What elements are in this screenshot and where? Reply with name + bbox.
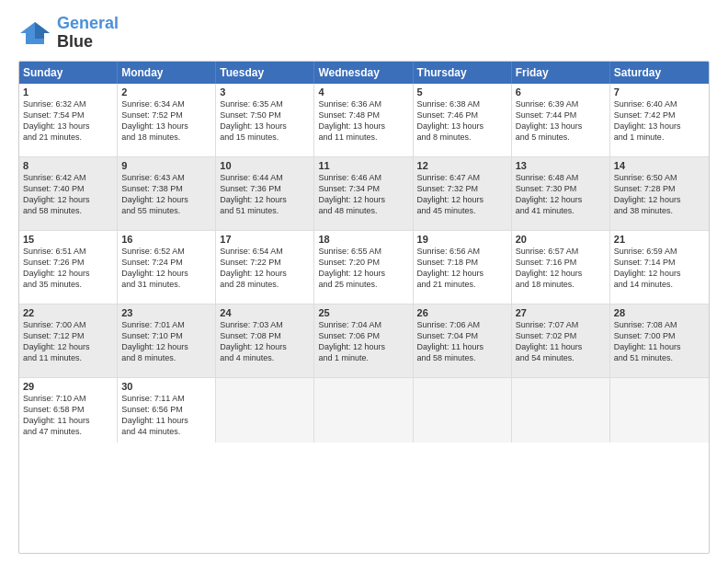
calendar-row-4: 22Sunrise: 7:00 AM Sunset: 7:12 PM Dayli… xyxy=(19,304,709,378)
cal-cell-5-5 xyxy=(414,378,512,442)
day-number: 3 xyxy=(220,86,310,98)
day-info: Sunrise: 7:06 AM Sunset: 7:04 PM Dayligh… xyxy=(417,319,507,364)
cal-cell-2-2: 9Sunrise: 6:43 AM Sunset: 7:38 PM Daylig… xyxy=(118,157,216,230)
day-number: 21 xyxy=(614,234,705,245)
day-number: 8 xyxy=(23,160,113,171)
day-number: 12 xyxy=(417,160,507,171)
cal-cell-2-1: 8Sunrise: 6:42 AM Sunset: 7:40 PM Daylig… xyxy=(19,157,118,230)
day-info: Sunrise: 6:50 AM Sunset: 7:28 PM Dayligh… xyxy=(614,172,705,217)
day-number: 10 xyxy=(220,160,310,171)
cal-cell-4-3: 24Sunrise: 7:03 AM Sunset: 7:08 PM Dayli… xyxy=(216,304,314,377)
day-number: 28 xyxy=(614,307,705,318)
day-number: 23 xyxy=(121,307,211,318)
cal-cell-5-2: 30Sunrise: 7:11 AM Sunset: 6:56 PM Dayli… xyxy=(118,378,216,442)
day-info: Sunrise: 6:59 AM Sunset: 7:14 PM Dayligh… xyxy=(614,246,705,291)
day-info: Sunrise: 7:07 AM Sunset: 7:02 PM Dayligh… xyxy=(516,319,606,364)
day-number: 5 xyxy=(417,86,507,98)
page: General Blue SundayMondayTuesdayWednesda… xyxy=(0,0,728,563)
header-day-wednesday: Wednesday xyxy=(314,62,413,84)
day-info: Sunrise: 7:00 AM Sunset: 7:12 PM Dayligh… xyxy=(23,319,113,364)
cal-cell-1-7: 7Sunrise: 6:40 AM Sunset: 7:42 PM Daylig… xyxy=(610,84,709,156)
svg-marker-1 xyxy=(35,22,50,39)
calendar-header: SundayMondayTuesdayWednesdayThursdayFrid… xyxy=(19,62,709,84)
day-number: 22 xyxy=(23,307,113,318)
cal-cell-3-6: 20Sunrise: 6:57 AM Sunset: 7:16 PM Dayli… xyxy=(512,231,610,304)
cal-cell-3-2: 16Sunrise: 6:52 AM Sunset: 7:24 PM Dayli… xyxy=(118,231,216,304)
day-info: Sunrise: 6:56 AM Sunset: 7:18 PM Dayligh… xyxy=(417,246,507,291)
cal-cell-1-1: 1Sunrise: 6:32 AM Sunset: 7:54 PM Daylig… xyxy=(19,84,118,156)
day-info: Sunrise: 6:51 AM Sunset: 7:26 PM Dayligh… xyxy=(23,246,113,291)
cal-cell-3-5: 19Sunrise: 6:56 AM Sunset: 7:18 PM Dayli… xyxy=(414,231,512,304)
day-info: Sunrise: 6:32 AM Sunset: 7:54 PM Dayligh… xyxy=(23,98,113,144)
day-number: 26 xyxy=(417,307,507,318)
day-info: Sunrise: 6:47 AM Sunset: 7:32 PM Dayligh… xyxy=(417,172,507,217)
day-number: 17 xyxy=(220,234,310,245)
cal-cell-4-6: 27Sunrise: 7:07 AM Sunset: 7:02 PM Dayli… xyxy=(512,304,610,377)
day-info: Sunrise: 6:48 AM Sunset: 7:30 PM Dayligh… xyxy=(516,172,606,217)
cal-cell-2-7: 14Sunrise: 6:50 AM Sunset: 7:28 PM Dayli… xyxy=(610,157,709,230)
cal-cell-2-5: 12Sunrise: 6:47 AM Sunset: 7:32 PM Dayli… xyxy=(414,157,512,230)
day-info: Sunrise: 6:34 AM Sunset: 7:52 PM Dayligh… xyxy=(121,98,211,144)
day-info: Sunrise: 7:08 AM Sunset: 7:00 PM Dayligh… xyxy=(614,319,705,364)
day-info: Sunrise: 6:44 AM Sunset: 7:36 PM Dayligh… xyxy=(220,172,310,217)
cal-cell-3-3: 17Sunrise: 6:54 AM Sunset: 7:22 PM Dayli… xyxy=(216,231,314,304)
header: General Blue xyxy=(18,15,710,52)
calendar-row-2: 8Sunrise: 6:42 AM Sunset: 7:40 PM Daylig… xyxy=(19,157,709,231)
calendar-row-1: 1Sunrise: 6:32 AM Sunset: 7:54 PM Daylig… xyxy=(19,84,709,157)
cal-cell-3-1: 15Sunrise: 6:51 AM Sunset: 7:26 PM Dayli… xyxy=(19,231,118,304)
day-number: 20 xyxy=(516,234,606,245)
day-info: Sunrise: 6:55 AM Sunset: 7:20 PM Dayligh… xyxy=(318,246,408,291)
day-number: 1 xyxy=(23,86,113,98)
cal-cell-2-6: 13Sunrise: 6:48 AM Sunset: 7:30 PM Dayli… xyxy=(512,157,610,230)
calendar-row-5: 29Sunrise: 7:10 AM Sunset: 6:58 PM Dayli… xyxy=(19,378,709,442)
day-info: Sunrise: 7:11 AM Sunset: 6:56 PM Dayligh… xyxy=(121,393,211,438)
logo: General Blue xyxy=(18,15,119,52)
day-info: Sunrise: 7:01 AM Sunset: 7:10 PM Dayligh… xyxy=(121,319,211,364)
day-info: Sunrise: 6:39 AM Sunset: 7:44 PM Dayligh… xyxy=(516,98,606,144)
day-number: 6 xyxy=(516,86,606,98)
day-info: Sunrise: 6:35 AM Sunset: 7:50 PM Dayligh… xyxy=(220,98,310,144)
day-number: 11 xyxy=(318,160,408,171)
day-number: 2 xyxy=(121,86,211,98)
cal-cell-4-7: 28Sunrise: 7:08 AM Sunset: 7:00 PM Dayli… xyxy=(610,304,709,377)
cal-cell-5-4 xyxy=(314,378,413,442)
cal-cell-1-4: 4Sunrise: 6:36 AM Sunset: 7:48 PM Daylig… xyxy=(314,84,413,156)
cal-cell-1-3: 3Sunrise: 6:35 AM Sunset: 7:50 PM Daylig… xyxy=(216,84,314,156)
day-info: Sunrise: 6:36 AM Sunset: 7:48 PM Dayligh… xyxy=(318,98,408,144)
day-info: Sunrise: 6:54 AM Sunset: 7:22 PM Dayligh… xyxy=(220,246,310,291)
day-number: 4 xyxy=(318,86,408,98)
cal-cell-2-4: 11Sunrise: 6:46 AM Sunset: 7:34 PM Dayli… xyxy=(314,157,413,230)
day-info: Sunrise: 6:43 AM Sunset: 7:38 PM Dayligh… xyxy=(121,172,211,217)
day-info: Sunrise: 6:46 AM Sunset: 7:34 PM Dayligh… xyxy=(318,172,408,217)
day-info: Sunrise: 7:10 AM Sunset: 6:58 PM Dayligh… xyxy=(23,393,113,438)
day-info: Sunrise: 6:57 AM Sunset: 7:16 PM Dayligh… xyxy=(516,246,606,291)
day-number: 25 xyxy=(318,307,408,318)
header-day-tuesday: Tuesday xyxy=(216,62,314,84)
header-day-monday: Monday xyxy=(118,62,216,84)
header-day-sunday: Sunday xyxy=(19,62,118,84)
day-info: Sunrise: 6:42 AM Sunset: 7:40 PM Dayligh… xyxy=(23,172,113,217)
day-number: 30 xyxy=(121,381,211,392)
day-number: 27 xyxy=(516,307,606,318)
day-info: Sunrise: 7:04 AM Sunset: 7:06 PM Dayligh… xyxy=(318,319,408,364)
cal-cell-5-6 xyxy=(512,378,610,442)
logo-text: General Blue xyxy=(57,15,119,52)
day-number: 29 xyxy=(23,381,113,392)
cal-cell-2-3: 10Sunrise: 6:44 AM Sunset: 7:36 PM Dayli… xyxy=(216,157,314,230)
day-number: 9 xyxy=(121,160,211,171)
cal-cell-1-5: 5Sunrise: 6:38 AM Sunset: 7:46 PM Daylig… xyxy=(414,84,512,156)
logo-icon xyxy=(18,20,51,46)
cal-cell-1-2: 2Sunrise: 6:34 AM Sunset: 7:52 PM Daylig… xyxy=(118,84,216,156)
day-number: 19 xyxy=(417,234,507,245)
cal-cell-5-1: 29Sunrise: 7:10 AM Sunset: 6:58 PM Dayli… xyxy=(19,378,118,442)
calendar-body: 1Sunrise: 6:32 AM Sunset: 7:54 PM Daylig… xyxy=(19,84,709,442)
calendar-row-3: 15Sunrise: 6:51 AM Sunset: 7:26 PM Dayli… xyxy=(19,231,709,304)
day-number: 13 xyxy=(516,160,606,171)
header-day-friday: Friday xyxy=(512,62,610,84)
cal-cell-4-4: 25Sunrise: 7:04 AM Sunset: 7:06 PM Dayli… xyxy=(314,304,413,377)
day-number: 18 xyxy=(318,234,408,245)
cal-cell-3-4: 18Sunrise: 6:55 AM Sunset: 7:20 PM Dayli… xyxy=(314,231,413,304)
day-number: 14 xyxy=(614,160,705,171)
day-info: Sunrise: 6:38 AM Sunset: 7:46 PM Dayligh… xyxy=(417,98,507,144)
cal-cell-1-6: 6Sunrise: 6:39 AM Sunset: 7:44 PM Daylig… xyxy=(512,84,610,156)
